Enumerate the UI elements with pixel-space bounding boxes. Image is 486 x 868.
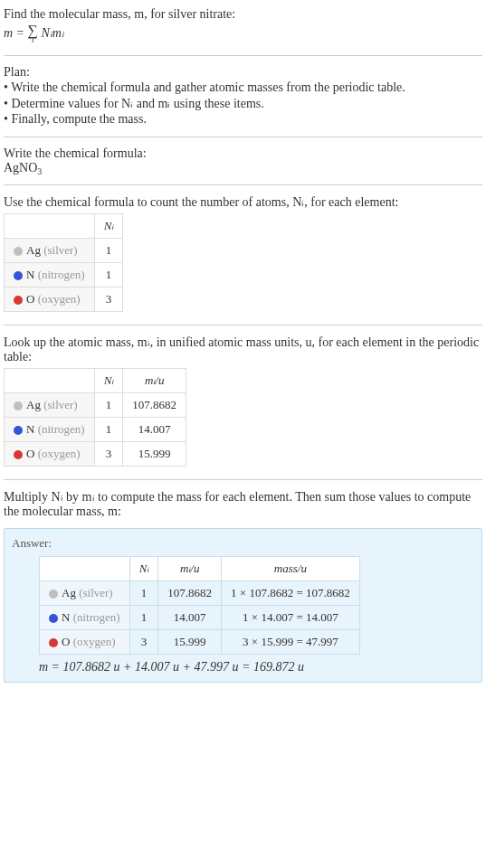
mass-value: 3 × 15.999 = 47.997 [222,630,360,655]
element-cell: O (oxygen) [5,288,95,312]
element-cell: O (oxygen) [5,442,95,467]
plan-section: Plan: • Write the chemical formula and g… [4,61,482,131]
table-header-row: Nᵢ mᵢ/u [5,369,186,393]
plan-bullet-3: • Finally, compute the mass. [4,112,482,127]
table-header-row: Nᵢ [5,214,123,239]
answer-table: Nᵢ mᵢ/u mass/u Ag (silver) 1 107.8682 1 … [39,556,360,655]
intro-text: Find the molecular mass, m, for silver n… [4,7,482,22]
n-value: 1 [94,239,123,263]
element-dot-icon [14,401,23,410]
element-cell: N (nitrogen) [5,263,95,288]
element-dot-icon [14,271,23,280]
element-cell: N (nitrogen) [5,418,95,442]
answer-box: Answer: Nᵢ mᵢ/u mass/u Ag (silver) 1 107… [4,528,482,683]
multiply-title: Multiply Nᵢ by mᵢ to compute the mass fo… [4,489,482,519]
element-cell: N (nitrogen) [40,606,130,630]
element-cell: Ag (silver) [5,393,95,418]
divider [4,479,482,480]
count-title: Use the chemical formula to count the nu… [4,194,482,210]
mass-value: 1 × 107.8682 = 107.8682 [222,581,360,606]
multiply-section: Multiply Nᵢ by mᵢ to compute the mass fo… [4,486,482,523]
divider [4,55,482,56]
n-value: 1 [129,581,158,606]
table-row: Ag (silver) 1 107.8682 [5,393,186,418]
table-row: N (nitrogen) 1 [5,263,123,288]
n-value: 1 [94,418,123,442]
n-value: 3 [94,442,123,467]
element-dot-icon [49,638,58,647]
table-header-row: Nᵢ mᵢ/u mass/u [40,557,360,581]
n-value: 1 [94,263,123,288]
plan-title: Plan: [4,65,482,80]
table-row: O (oxygen) 3 15.999 [5,442,186,467]
intro-section: Find the molecular mass, m, for silver n… [4,4,482,50]
element-cell: O (oxygen) [40,630,130,655]
header-n: Nᵢ [94,369,123,393]
lookup-table: Nᵢ mᵢ/u Ag (silver) 1 107.8682 N (nitrog… [4,368,186,467]
table-row: Ag (silver) 1 107.8682 1 × 107.8682 = 10… [40,581,360,606]
count-table: Nᵢ Ag (silver) 1 N (nitrogen) 1 O (oxyge… [4,213,123,312]
element-dot-icon [14,247,23,256]
mass-value: 1 × 14.007 = 14.007 [222,606,360,630]
lookup-section: Look up the atomic mass, mᵢ, in unified … [4,331,482,474]
header-mass: mass/u [222,557,360,581]
m-value: 107.8682 [158,581,222,606]
n-value: 3 [94,288,123,312]
m-value: 15.999 [123,442,186,467]
table-row: Ag (silver) 1 [5,239,123,263]
chemical-formula-title: Write the chemical formula: [4,146,482,161]
answer-label: Answer: [12,536,474,551]
count-section: Use the chemical formula to count the nu… [4,191,482,319]
header-blank [5,214,95,239]
final-equation: m = 107.8682 u + 14.007 u + 47.997 u = 1… [39,660,474,675]
header-blank [5,369,95,393]
element-cell: Ag (silver) [5,239,95,263]
chemical-formula-section: Write the chemical formula: AgNO3 [4,143,482,179]
header-n: Nᵢ [129,557,158,581]
m-value: 14.007 [123,418,186,442]
table-row: N (nitrogen) 1 14.007 1 × 14.007 = 14.00… [40,606,360,630]
element-dot-icon [14,450,23,459]
lookup-title: Look up the atomic mass, mᵢ, in unified … [4,335,482,364]
n-value: 3 [129,630,158,655]
m-value: 14.007 [158,606,222,630]
element-dot-icon [49,614,58,623]
header-n: Nᵢ [94,214,123,239]
element-cell: Ag (silver) [40,581,130,606]
divider [4,137,482,137]
header-blank [40,557,130,581]
m-value: 15.999 [158,630,222,655]
table-row: O (oxygen) 3 [5,288,123,312]
header-m: mᵢ/u [158,557,222,581]
plan-bullet-1: • Write the chemical formula and gather … [4,80,482,95]
n-value: 1 [94,393,123,418]
chemical-formula-value: AgNO3 [4,161,482,175]
mass-formula: m = ∑i Nᵢmᵢ [4,24,482,44]
plan-bullet-2: • Determine values for Nᵢ and mᵢ using t… [4,96,482,111]
element-dot-icon [49,590,58,599]
divider [4,184,482,185]
n-value: 1 [129,606,158,630]
table-row: N (nitrogen) 1 14.007 [5,418,186,442]
header-m: mᵢ/u [123,369,186,393]
table-row: O (oxygen) 3 15.999 3 × 15.999 = 47.997 [40,630,360,655]
divider [4,325,482,326]
m-value: 107.8682 [123,393,186,418]
element-dot-icon [14,296,23,305]
sigma-symbol: ∑i [28,24,38,44]
element-dot-icon [14,426,23,435]
